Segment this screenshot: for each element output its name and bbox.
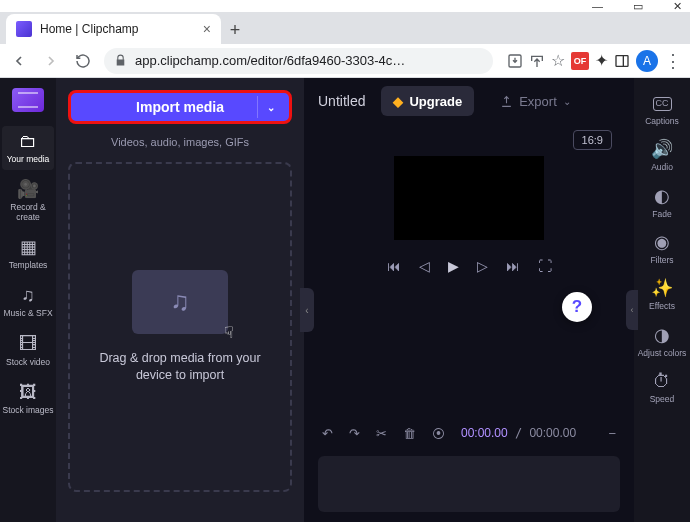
rr-label: Effects bbox=[649, 302, 675, 311]
media-hint: Videos, audio, images, GIFs bbox=[68, 136, 292, 148]
rail-label: Your media bbox=[7, 155, 50, 164]
maximize-icon[interactable]: ▭ bbox=[633, 0, 643, 13]
close-icon[interactable]: ✕ bbox=[673, 0, 682, 13]
right-rail-collapse-button[interactable]: ‹ bbox=[626, 290, 638, 330]
extension-icon[interactable]: OF bbox=[571, 52, 589, 70]
favicon-icon bbox=[16, 21, 32, 37]
timeline-toolbar: ↶ ↷ ✂ 🗑 ⦿ 00:00.00 / 00:00.00 − bbox=[304, 418, 634, 448]
new-tab-button[interactable]: + bbox=[221, 16, 249, 44]
media-panel: Import media ⌄ Videos, audio, images, GI… bbox=[56, 78, 304, 522]
rr-item-adjust-colors[interactable]: ◑Adjust colors bbox=[636, 320, 688, 364]
browser-tab[interactable]: Home | Clipchamp × bbox=[6, 14, 221, 44]
forward-button[interactable] bbox=[40, 50, 62, 72]
svg-rect-1 bbox=[616, 55, 628, 66]
rr-item-captions[interactable]: CCCaptions bbox=[636, 88, 688, 132]
puzzle-icon[interactable]: ✦ bbox=[595, 51, 608, 70]
minimize-icon[interactable]: — bbox=[592, 0, 603, 12]
media-dropzone[interactable]: ♫☟ Drag & drop media from your device to… bbox=[68, 162, 292, 492]
zoom-out-button[interactable]: − bbox=[608, 426, 616, 441]
play-button[interactable]: ▶ bbox=[448, 258, 459, 274]
transport-controls: ⏮ ◁ ▶ ▷ ⏭ ⛶ bbox=[387, 258, 552, 274]
captions-icon: CC bbox=[653, 94, 672, 114]
hand-cursor-icon: ☟ bbox=[224, 323, 234, 342]
music-icon: ♫ bbox=[21, 286, 35, 306]
timecode: 00:00.00 / 00:00.00 bbox=[461, 426, 576, 440]
project-title[interactable]: Untitled bbox=[318, 93, 365, 109]
sidebar-item-your-media[interactable]: 🗀Your media bbox=[2, 126, 54, 170]
sidebar-item-stock-images[interactable]: 🖼Stock images bbox=[2, 377, 54, 421]
left-rail: 🗀Your media 🎥Record & create ▦Templates … bbox=[0, 78, 56, 522]
speaker-icon: 🔊 bbox=[651, 140, 673, 160]
avatar[interactable]: A bbox=[636, 50, 658, 72]
star-icon[interactable]: ☆ bbox=[551, 51, 565, 70]
lock-icon bbox=[114, 54, 127, 67]
redo-button[interactable]: ↷ bbox=[349, 426, 360, 441]
rail-label: Stock video bbox=[6, 358, 50, 367]
fullscreen-icon[interactable]: ⛶ bbox=[538, 258, 552, 274]
sidepanel-icon[interactable] bbox=[614, 53, 630, 69]
menu-icon[interactable]: ⋮ bbox=[664, 50, 682, 72]
url-field[interactable]: app.clipchamp.com/editor/6dfa9460-3303-4… bbox=[104, 48, 493, 74]
install-icon[interactable] bbox=[507, 53, 523, 69]
rr-item-filters[interactable]: ◉Filters bbox=[636, 227, 688, 271]
diamond-icon: ◆ bbox=[393, 94, 403, 109]
fade-icon: ◐ bbox=[654, 187, 670, 207]
rr-item-audio[interactable]: 🔊Audio bbox=[636, 134, 688, 178]
tab-strip: Home | Clipchamp × + bbox=[0, 12, 690, 44]
record-button[interactable]: ⦿ bbox=[432, 426, 445, 441]
sidebar-item-templates[interactable]: ▦Templates bbox=[2, 232, 54, 276]
skip-start-icon[interactable]: ⏮ bbox=[387, 258, 401, 274]
help-button[interactable]: ? bbox=[562, 292, 592, 322]
skip-end-icon[interactable]: ⏭ bbox=[506, 258, 520, 274]
back-button[interactable] bbox=[8, 50, 30, 72]
video-canvas[interactable] bbox=[394, 156, 544, 240]
grid-icon: ▦ bbox=[20, 238, 37, 258]
rr-item-fade[interactable]: ◐Fade bbox=[636, 181, 688, 225]
rr-label: Captions bbox=[645, 117, 679, 126]
sidebar-item-music-sfx[interactable]: ♫Music & SFX bbox=[2, 280, 54, 324]
undo-button[interactable]: ↶ bbox=[322, 426, 333, 441]
rr-label: Adjust colors bbox=[638, 349, 687, 358]
app-logo-icon[interactable] bbox=[12, 88, 44, 112]
sidebar-item-record-create[interactable]: 🎥Record & create bbox=[2, 174, 54, 228]
delete-button[interactable]: 🗑 bbox=[403, 426, 416, 441]
film-icon: 🎞 bbox=[19, 335, 37, 355]
folder-icon: 🗀 bbox=[19, 132, 37, 152]
aspect-ratio-button[interactable]: 16:9 bbox=[573, 130, 612, 150]
rr-label: Filters bbox=[650, 256, 673, 265]
timeline-track[interactable] bbox=[318, 456, 620, 512]
time-current: 00:00.00 bbox=[461, 426, 508, 440]
time-total: 00:00.00 bbox=[529, 426, 576, 440]
camera-icon: 🎥 bbox=[17, 180, 39, 200]
top-bar: Untitled ◆Upgrade Export⌄ bbox=[304, 78, 634, 124]
effects-icon: ✨ bbox=[651, 279, 673, 299]
chevron-down-icon: ⌄ bbox=[563, 96, 571, 107]
rail-label: Record & create bbox=[2, 203, 54, 222]
stage: Untitled ◆Upgrade Export⌄ 16:9 ⏮ ◁ ▶ ▷ ⏭… bbox=[304, 78, 634, 522]
upgrade-button[interactable]: ◆Upgrade bbox=[381, 86, 474, 116]
app-root: 🗀Your media 🎥Record & create ▦Templates … bbox=[0, 78, 690, 522]
filters-icon: ◉ bbox=[654, 233, 670, 253]
share-icon[interactable] bbox=[529, 53, 545, 69]
rail-label: Templates bbox=[9, 261, 48, 270]
export-label: Export bbox=[519, 94, 557, 109]
export-button[interactable]: Export⌄ bbox=[488, 86, 583, 116]
sidebar-item-stock-video[interactable]: 🎞Stock video bbox=[2, 329, 54, 373]
dropzone-text: Drag & drop media from your device to im… bbox=[90, 350, 270, 385]
window-controls: — ▭ ✕ bbox=[0, 0, 690, 12]
import-media-button[interactable]: Import media ⌄ bbox=[68, 90, 292, 124]
rail-label: Stock images bbox=[2, 406, 53, 415]
rr-item-effects[interactable]: ✨Effects bbox=[636, 273, 688, 317]
import-dropdown-icon[interactable]: ⌄ bbox=[257, 96, 283, 118]
reload-button[interactable] bbox=[72, 50, 94, 72]
step-forward-icon[interactable]: ▷ bbox=[477, 258, 488, 274]
tab-close-icon[interactable]: × bbox=[203, 21, 211, 37]
rr-item-speed[interactable]: ⏱Speed bbox=[636, 366, 688, 410]
image-icon: 🖼 bbox=[19, 383, 37, 403]
rail-label: Music & SFX bbox=[3, 309, 52, 318]
split-button[interactable]: ✂ bbox=[376, 426, 387, 441]
right-rail: ‹ CCCaptions 🔊Audio ◐Fade ◉Filters ✨Effe… bbox=[634, 78, 690, 522]
step-back-icon[interactable]: ◁ bbox=[419, 258, 430, 274]
dropzone-thumb: ♫☟ bbox=[132, 270, 228, 334]
preview-area: 16:9 ⏮ ◁ ▶ ▷ ⏭ ⛶ bbox=[304, 124, 634, 418]
